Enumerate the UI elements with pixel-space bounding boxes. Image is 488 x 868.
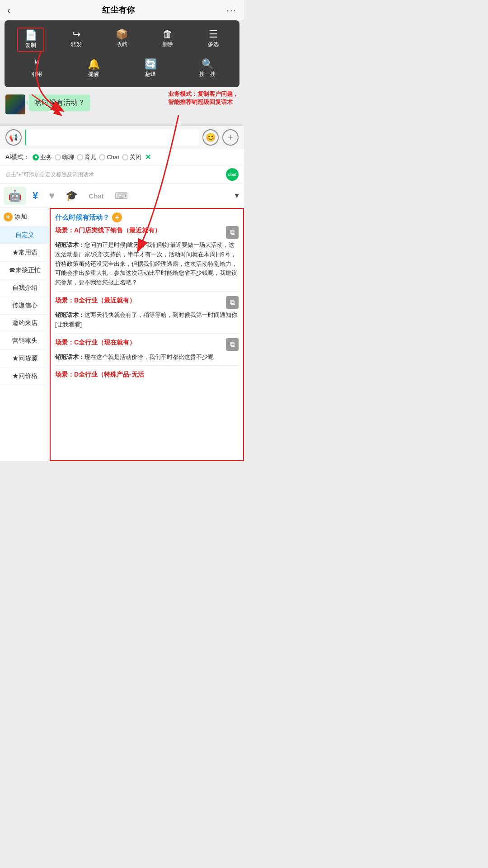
context-menu-row1: 📄 复制 ↪ 转发 📦 收藏 🗑 删除 ☰ 多选 xyxy=(8,25,236,55)
keyboard-icon: ⌨ xyxy=(115,190,128,201)
menu-remind[interactable]: 🔔 提醒 xyxy=(80,57,107,80)
hat-icon: 🎓 xyxy=(66,190,78,202)
menu-copy[interactable]: 📄 复制 xyxy=(17,28,44,52)
add-button[interactable]: + xyxy=(222,129,239,146)
ai-mode-label: Ai模式： xyxy=(5,153,30,161)
emoji-icon: 😊 xyxy=(206,132,216,142)
delete-icon: 🗑 xyxy=(163,29,173,39)
scene-c-content: 销冠话术：现在这个就是活动价哈，我们平时都比这贵不少呢 xyxy=(55,353,239,362)
emoji-button[interactable]: 😊 xyxy=(202,129,219,146)
heart-icon: ♥ xyxy=(49,190,55,202)
avatar xyxy=(5,94,25,114)
ai-option-business[interactable]: 业务 xyxy=(33,153,52,161)
copy-b-icon: ⧉ xyxy=(230,298,235,307)
sidebar-item-marketing[interactable]: 营销噱头 xyxy=(0,332,49,350)
menu-search-label: 搜一搜 xyxy=(199,71,216,78)
question-header: 什么时候有活动？ + xyxy=(55,212,239,222)
menu-search[interactable]: 🔍 搜一搜 xyxy=(194,57,221,80)
copy-icon: 📄 xyxy=(25,30,37,40)
translate-icon: 🔄 xyxy=(145,59,157,69)
sidebar-item-source[interactable]: ★问货源 xyxy=(0,350,49,368)
question-add-button[interactable]: + xyxy=(112,212,122,222)
search-icon: 🔍 xyxy=(202,59,214,69)
menu-quote-label: 引用 xyxy=(31,71,42,78)
scene-d-label: 场景：D全行业（特殊产品-无活 xyxy=(55,370,239,379)
menu-collect-label: 收藏 xyxy=(117,41,127,48)
ai-close-button[interactable]: ✕ xyxy=(145,153,151,161)
radio-fun[interactable] xyxy=(55,154,61,160)
tab-yuan[interactable]: ¥ xyxy=(28,187,42,204)
scene-c-block: 场景：C全行业（现在就有） ⧉ 销冠话术：现在这个就是活动价哈，我们平时都比这贵… xyxy=(55,338,239,366)
multiselect-icon: ☰ xyxy=(209,29,218,39)
tab-heart[interactable]: ♥ xyxy=(44,187,59,204)
chat-avatar-icon[interactable]: chat xyxy=(226,168,239,181)
scene-c-label: 场景：C全行业（现在就有） xyxy=(55,338,223,347)
voice-icon: 📢 xyxy=(9,133,18,142)
tab-chat-text[interactable]: Chat xyxy=(84,189,108,203)
ai-option-business-label: 业务 xyxy=(40,153,52,161)
tab-hat[interactable]: 🎓 xyxy=(61,187,82,204)
menu-multiselect[interactable]: ☰ 多选 xyxy=(200,28,227,52)
ai-option-chat[interactable]: Chat xyxy=(99,154,119,160)
sidebar-item-price[interactable]: ★问价格 xyxy=(0,368,49,385)
yuan-icon: ¥ xyxy=(33,190,38,202)
page-title: 红尘有你 xyxy=(102,5,135,15)
ai-option-parenting[interactable]: 育儿 xyxy=(77,153,96,161)
sidebar-add-button[interactable]: + 添加 xyxy=(0,208,49,226)
ai-option-off-label: 关闭 xyxy=(130,153,141,161)
radio-chat[interactable] xyxy=(99,154,105,160)
scene-a-block: 场景：A门店类线下销售（最近就有） ⧉ 销冠话术：您问的正是时候[呲牙]，我们刚… xyxy=(55,226,239,292)
scene-b-content: 销冠话术：这两天很快就会有了，稍等等哈，到时候我第一时间通知你[让我看看] xyxy=(55,311,239,330)
ai-mode-bar: Ai模式： 业务 嗨聊 育儿 Chat 关闭 ✕ xyxy=(0,149,244,165)
menu-multiselect-label: 多选 xyxy=(208,41,219,48)
sidebar-item-invite[interactable]: 邀约来店 xyxy=(0,315,49,332)
sidebar-item-confidence[interactable]: 传递信心 xyxy=(0,297,49,315)
scene-b-header: 场景：B全行业（最近就有） ⧉ xyxy=(55,296,239,309)
ai-option-parenting-label: 育儿 xyxy=(84,153,96,161)
sidebar-item-missed[interactable]: ☎未接正忙 xyxy=(0,262,49,279)
sidebar-item-custom[interactable]: 自定义 xyxy=(0,226,49,244)
ai-option-chat-label: Chat xyxy=(107,154,119,160)
message-input[interactable] xyxy=(25,129,199,146)
forward-icon: ↪ xyxy=(72,29,80,39)
menu-remind-label: 提醒 xyxy=(88,71,99,78)
menu-delete[interactable]: 🗑 删除 xyxy=(154,28,181,52)
radio-parenting[interactable] xyxy=(77,154,83,160)
menu-translate[interactable]: 🔄 翻译 xyxy=(137,57,164,80)
chat-bubble: 啥时候有活动？ xyxy=(29,94,90,111)
header: ‹ 红尘有你 ··· xyxy=(0,0,244,20)
radio-off[interactable] xyxy=(122,154,128,160)
context-menu: 📄 复制 ↪ 转发 📦 收藏 🗑 删除 ☰ 多选 ❝ 引用 🔔 提醒 � xyxy=(5,20,239,87)
remind-icon: 🔔 xyxy=(88,59,100,69)
input-bar: 📢 😊 + xyxy=(0,125,244,149)
menu-collect[interactable]: 📦 收藏 xyxy=(108,28,136,52)
menu-forward-label: 转发 xyxy=(71,41,82,48)
menu-delete-label: 删除 xyxy=(162,41,173,48)
ai-option-off[interactable]: 关闭 xyxy=(122,153,141,161)
back-button[interactable]: ‹ xyxy=(7,5,10,15)
more-button[interactable]: ··· xyxy=(226,5,237,15)
add-icon: + xyxy=(228,132,233,143)
sidebar-item-intro[interactable]: 自我介绍 xyxy=(0,279,49,297)
voice-button[interactable]: 📢 xyxy=(5,129,22,146)
chat-message-text: 啥时候有活动？ xyxy=(34,99,85,106)
copy-c-icon: ⧉ xyxy=(230,340,235,349)
tab-keyboard[interactable]: ⌨ xyxy=(110,188,132,204)
sidebar-item-common[interactable]: ★常用语 xyxy=(0,244,49,262)
scene-a-header: 场景：A门店类线下销售（最近就有） ⧉ xyxy=(55,226,239,239)
tab-robot[interactable]: 🤖 xyxy=(4,187,26,205)
menu-copy-label: 复制 xyxy=(25,42,36,49)
chat-icon-text: chat xyxy=(228,172,237,177)
robot-icon: 🤖 xyxy=(8,189,22,202)
scene-b-copy-button[interactable]: ⧉ xyxy=(226,296,239,309)
menu-forward[interactable]: ↪ 转发 xyxy=(63,28,90,52)
content-panel: 什么时候有活动？ + 场景：A门店类线下销售（最近就有） ⧉ 销冠话术：您问的正… xyxy=(50,208,244,461)
radio-business[interactable] xyxy=(33,154,39,160)
sidebar: + 添加 自定义 ★常用语 ☎未接正忙 自我介绍 传递信心 邀约来店 营销噱头 … xyxy=(0,208,50,461)
expand-button[interactable]: ▼ xyxy=(233,192,240,200)
scene-c-copy-button[interactable]: ⧉ xyxy=(226,338,239,351)
ai-option-fun[interactable]: 嗨聊 xyxy=(55,153,74,161)
menu-quote[interactable]: ❝ 引用 xyxy=(23,57,50,80)
question-text: 什么时候有活动？ xyxy=(55,213,109,222)
scene-a-copy-button[interactable]: ⧉ xyxy=(226,226,239,239)
